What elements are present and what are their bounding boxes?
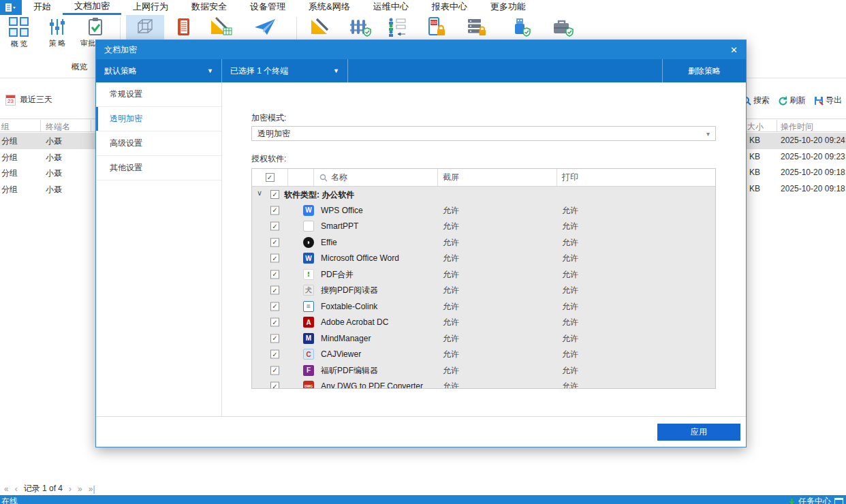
foxit-pdf-icon: F [303,365,314,376]
row-checkbox[interactable] [270,286,279,295]
software-row[interactable]: DWGAny DWG to PDF Converter允许允许 [252,379,715,389]
dialog-footer: 应用 [96,416,746,447]
toolbar-policy-button[interactable]: 策 略 [38,15,76,54]
pagination: « ‹ 记录 1 of 4 › » »| [4,483,95,494]
row-checkbox[interactable] [270,302,279,311]
menu-item-7[interactable]: 运维中心 [362,0,420,15]
row-checkbox[interactable] [270,318,279,327]
print-permission: 允许 [562,221,578,232]
select-all-checkbox[interactable] [266,173,275,182]
header-print[interactable]: 打印 [557,169,715,186]
menu-item-3[interactable]: 上网行为 [121,0,180,15]
size-cell: KB [749,136,760,145]
column-header-time[interactable]: 操作时间 ▼ [781,121,846,133]
software-row[interactable]: SmartPPT允许允许 [252,219,715,235]
software-row[interactable]: WMicrosoft Office Word允许允许 [252,251,715,267]
terminal-dropdown[interactable]: 已选择 1 个终端 ▼ [222,59,348,82]
last-page-icon[interactable]: » [78,484,82,494]
status-text: 在线 [1,496,18,504]
screenshot-permission: 允许 [443,204,459,216]
next-page-icon[interactable]: › [69,484,72,494]
dialog-nav-item-4[interactable]: 其他设置 [96,156,221,180]
org-chart-icon [384,16,411,37]
chevron-down-icon[interactable]: ∨ [257,189,262,198]
export-button[interactable]: 导出 [814,95,842,106]
encrypt-mode-select[interactable]: 透明加密 [251,126,716,141]
software-name: PDF合并 [321,268,354,280]
menu-item-2[interactable]: 文档加密 [63,0,121,15]
calendar-icon: 23 [5,95,16,106]
ssd-lock-icon: SSD [422,16,450,37]
svg-text:SSD: SSD [430,20,437,25]
dialog-content: 加密模式: 透明加密 授权软件: 名称 截屏 打 [222,82,746,416]
menu-item-8[interactable]: 报表中心 [420,0,479,15]
dialog-body: 常规设置透明加密高级设置其他设置 加密模式: 透明加密 授权软件: 名称 [96,82,746,416]
ruler-pencil-table-icon [208,16,235,37]
column-divider[interactable] [40,120,41,131]
column-header-terminal[interactable]: 终端名 [46,121,70,133]
menu-item-1[interactable]: 开始 [22,0,63,15]
close-icon[interactable]: ✕ [730,45,738,55]
column-divider[interactable] [91,120,91,131]
apply-button[interactable]: 应用 [657,424,740,441]
screenshot-permission: 允许 [443,332,459,344]
row-checkbox[interactable] [270,254,279,263]
dialog-nav-item-3[interactable]: 高级设置 [96,131,221,156]
menu-item-5[interactable]: 设备管理 [238,0,297,15]
date-filter[interactable]: 23 最近三天 [5,94,52,106]
row-checkbox[interactable] [270,350,279,359]
software-row[interactable]: CCAJViewer允许允许 [252,347,715,363]
menu-items: 开始文档加密上网行为数据安全设备管理系统&网络运维中心报表中心更多功能 [22,0,537,15]
menu-item-6[interactable]: 系统&网络 [297,0,362,15]
task-center-button[interactable]: 任务中心 [798,496,831,504]
menu-item-9[interactable]: 更多功能 [479,0,537,15]
column-divider[interactable] [777,120,777,131]
software-row[interactable]: WWPS Office允许允许 [252,202,715,219]
date-filter-label: 最近三天 [20,94,52,106]
row-checkbox[interactable] [270,382,279,388]
prev-page-icon[interactable]: ‹ [15,484,18,494]
wps-icon: W [303,205,314,216]
print-permission: 允许 [562,381,578,388]
toolbar-overview-button[interactable]: 概 览 [0,15,38,54]
group-label: 软件类型: 办公软件 [284,189,354,201]
software-row[interactable]: AAdobe Acrobat DC允许允许 [252,315,715,331]
group-checkbox[interactable] [270,190,279,199]
print-permission: 允许 [562,332,578,344]
usb-shield-icon [507,16,535,37]
end-page-icon[interactable]: »| [89,484,95,494]
terminal-cell: 小聂 [46,184,62,195]
encrypt-mode-label: 加密模式: [251,112,286,124]
software-row[interactable]: F福昕PDF编辑器允许允许 [252,362,715,379]
software-row[interactable]: ◗Effie允许允许 [252,234,715,251]
software-row[interactable]: ≡Foxtable-Colink允许允许 [252,298,715,315]
refresh-button[interactable]: 刷新 [778,95,806,106]
first-page-icon[interactable]: « [4,484,9,494]
menu-item-4[interactable]: 数据安全 [180,0,238,15]
software-name: Microsoft Office Word [321,253,399,263]
column-header-group[interactable]: 组 [1,121,10,133]
software-row[interactable]: ⁝PDF合并允许允许 [252,266,715,283]
row-checkbox[interactable] [270,334,279,343]
row-checkbox[interactable] [270,366,279,375]
header-screenshot[interactable]: 截屏 [438,169,557,186]
dialog-nav-item-2[interactable]: 透明加密 [96,107,221,131]
app-menu-button[interactable] [0,0,22,15]
dialog-toolbar: 默认策略 ▼ 已选择 1 个终端 ▼ 删除策略 [96,59,746,82]
delete-policy-button[interactable]: 删除策略 [662,59,746,82]
mindmanager-icon: M [303,333,314,344]
column-header-size[interactable]: 大小 [747,121,764,133]
software-name: Any DWG to PDF Converter [321,381,423,388]
row-checkbox[interactable] [270,270,279,279]
row-checkbox[interactable] [270,238,279,247]
header-name[interactable]: 名称 [314,169,438,186]
policy-dropdown[interactable]: 默认策略 ▼ [96,59,222,82]
chevron-down-icon: ▼ [333,67,339,74]
software-group-row[interactable]: ∨ 软件类型: 办公软件 [252,187,715,202]
row-checkbox[interactable] [270,222,279,231]
software-row[interactable]: 犬搜狗PDF阅读器允许允许 [252,283,715,299]
window-icon[interactable] [834,498,843,504]
dialog-nav-item-1[interactable]: 常规设置 [96,82,221,107]
software-row[interactable]: MMindManager允许允许 [252,330,715,347]
row-checkbox[interactable] [270,206,279,215]
